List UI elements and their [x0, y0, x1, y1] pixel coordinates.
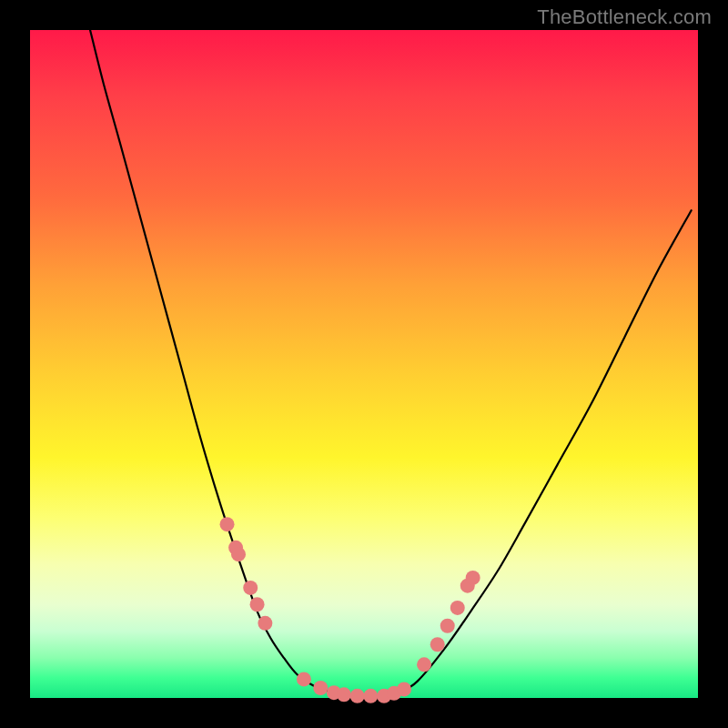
- chart-marker: [350, 689, 365, 703]
- chart-marker: [363, 689, 378, 703]
- chart-markers: [220, 517, 480, 703]
- plot-area: [30, 30, 698, 698]
- chart-marker: [243, 581, 258, 595]
- watermark-text: TheBottleneck.com: [537, 5, 712, 29]
- chart-marker: [337, 687, 351, 702]
- chart-marker: [250, 597, 265, 612]
- chart-svg: [30, 30, 698, 698]
- chart-curve: [90, 30, 692, 696]
- chart-marker: [231, 547, 246, 561]
- chart-marker: [466, 571, 480, 585]
- chart-marker: [297, 672, 311, 686]
- chart-marker: [450, 601, 465, 615]
- chart-marker: [397, 682, 411, 696]
- chart-frame: TheBottleneck.com: [0, 0, 728, 728]
- chart-marker: [430, 637, 445, 652]
- chart-marker: [313, 681, 328, 695]
- chart-marker: [417, 657, 431, 672]
- chart-marker: [220, 517, 235, 531]
- chart-marker: [258, 616, 272, 631]
- chart-marker: [440, 619, 455, 633]
